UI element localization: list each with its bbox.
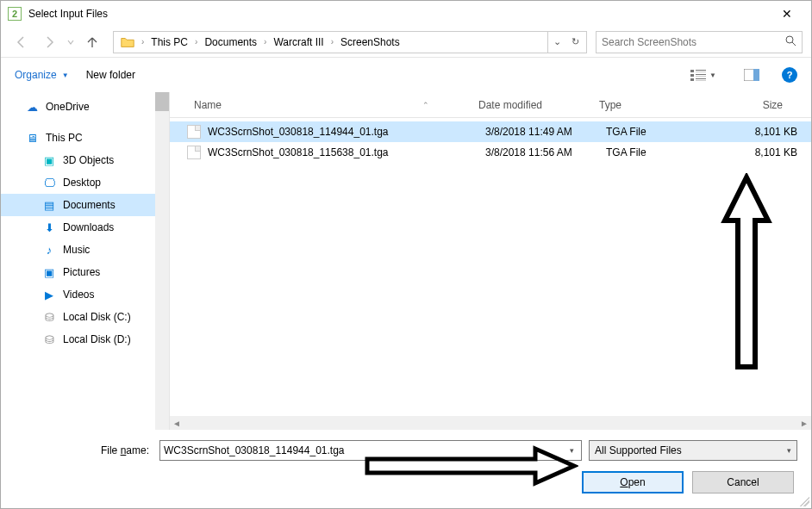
tree-videos[interactable]: ▶ Videos [1,283,169,306]
filename-combobox[interactable]: ▾ [159,440,582,461]
tree-label: Videos [63,289,94,301]
chevron-right-icon: › [193,37,199,47]
tree-label: Local Disk (D:) [63,333,131,345]
app-icon: 2 [8,7,22,21]
file-icon [187,146,201,159]
tree-onedrive[interactable]: ☁ OneDrive [1,96,169,118]
tree-music[interactable]: ♪ Music [1,239,169,261]
svg-rect-8 [690,78,694,81]
back-button[interactable] [9,30,34,54]
chevron-down-icon [67,39,74,46]
file-filter-dropdown[interactable]: All Supported Files ▾ [589,440,797,461]
desktop-icon: 🖵 [42,176,56,189]
pc-icon: 🖥 [25,131,39,145]
file-size: 8,101 KB [727,146,804,158]
folder-icon [119,34,136,51]
open-button[interactable]: Open [582,471,684,493]
search-input[interactable] [602,36,784,48]
chevron-right-icon: › [262,37,268,47]
filename-label: File name: [15,444,153,456]
view-mode-button[interactable]: ▼ [685,65,721,84]
svg-rect-3 [696,70,706,71]
crumb-screenshots[interactable]: ScreenShots [335,32,405,53]
search-icon[interactable] [784,34,796,49]
tree-pictures[interactable]: ▣ Pictures [1,261,169,283]
svg-rect-4 [696,71,706,72]
onedrive-icon: ☁ [25,100,39,114]
up-button[interactable] [80,30,104,54]
column-label: Name [194,99,222,111]
music-icon: ♪ [42,243,56,257]
file-date: 3/8/2018 11:49 AM [485,126,606,138]
refresh-button[interactable]: ↻ [566,36,584,47]
chevron-down-icon[interactable]: ▾ [566,446,578,455]
column-date[interactable]: Date modified [472,92,592,117]
window-title: Select Input Files [28,8,770,20]
horizontal-scrollbar[interactable]: ◄ ► [170,416,811,430]
tree-label: This PC [46,132,83,144]
preview-pane-button[interactable] [739,65,765,84]
tree-documents[interactable]: ▤ Documents [1,194,169,216]
preview-pane-icon [744,69,759,81]
file-list: WC3ScrnShot_030818_114944_01.tga 3/8/201… [170,118,811,416]
videos-icon: ▶ [42,288,56,301]
tree-label: 3D Objects [63,154,114,166]
chevron-right-icon: › [140,37,146,47]
close-button[interactable]: ✕ [770,1,804,27]
file-size: 8,101 KB [727,126,804,138]
pictures-icon: ▣ [42,265,56,279]
documents-icon: ▤ [42,198,56,212]
forward-button[interactable] [37,30,61,54]
svg-rect-5 [690,74,694,77]
help-button[interactable]: ? [782,67,797,83]
tree-3d-objects[interactable]: ▣ 3D Objects [1,149,169,171]
file-row[interactable]: WC3ScrnShot_030818_115638_01.tga 3/8/201… [170,142,811,163]
svg-point-0 [786,36,793,43]
tree-label: Music [63,244,90,256]
chevron-down-icon: ▼ [709,71,716,79]
downloads-icon: ⬇ [42,220,56,234]
column-name[interactable]: Name ⌃ [187,92,472,117]
tree-downloads[interactable]: ⬇ Downloads [1,216,169,239]
tree-label: OneDrive [46,101,90,113]
file-type: TGA File [606,146,727,158]
search-box[interactable] [596,31,803,53]
tree-desktop[interactable]: 🖵 Desktop [1,171,169,194]
breadcrumb[interactable]: › This PC › Documents › Warcraft III › S… [113,31,587,53]
crumb-this-pc[interactable]: This PC [146,32,193,53]
recent-dropdown[interactable] [65,30,77,54]
svg-rect-7 [696,76,706,77]
chevron-down-icon: ▾ [787,446,791,455]
toolbar: Organize ▼ New folder ▼ ? [1,58,811,92]
file-row[interactable]: WC3ScrnShot_030818_114944_01.tga 3/8/201… [170,121,811,142]
cancel-button[interactable]: Cancel [692,471,794,493]
tree-disk-d[interactable]: ⛁ Local Disk (D:) [1,328,169,351]
svg-rect-10 [696,80,706,81]
arrow-left-icon [15,35,28,49]
sidebar-scroll-thumb[interactable] [155,92,169,111]
tree-disk-c[interactable]: ⛁ Local Disk (C:) [1,306,169,328]
organize-label: Organize [15,69,57,81]
tree-this-pc[interactable]: 🖥 This PC [1,127,169,149]
file-date: 3/8/2018 11:56 AM [485,146,606,158]
scroll-right-icon[interactable]: ► [797,416,811,430]
column-size[interactable]: Size [713,92,790,117]
disk-icon: ⛁ [42,310,56,324]
organize-menu[interactable]: Organize ▼ [15,69,69,81]
tree-label: Documents [63,199,116,211]
resize-grip[interactable] [799,496,809,506]
svg-rect-6 [696,74,706,75]
svg-rect-9 [696,78,706,79]
crumb-warcraft[interactable]: Warcraft III [268,32,328,53]
details-view-icon [690,69,706,81]
sidebar-scrollbar[interactable] [155,92,169,430]
nav-bar: › This PC › Documents › Warcraft III › S… [1,27,811,58]
breadcrumb-dropdown[interactable]: ⌄ [548,36,566,47]
filename-input[interactable] [164,444,566,456]
bottom-panel: File name: ▾ All Supported Files ▾ Open … [1,430,811,493]
new-folder-button[interactable]: New folder [86,69,135,81]
crumb-documents[interactable]: Documents [199,32,262,53]
scroll-left-icon[interactable]: ◄ [170,416,184,430]
column-type[interactable]: Type [592,92,713,117]
file-name: WC3ScrnShot_030818_115638_01.tga [208,146,485,158]
